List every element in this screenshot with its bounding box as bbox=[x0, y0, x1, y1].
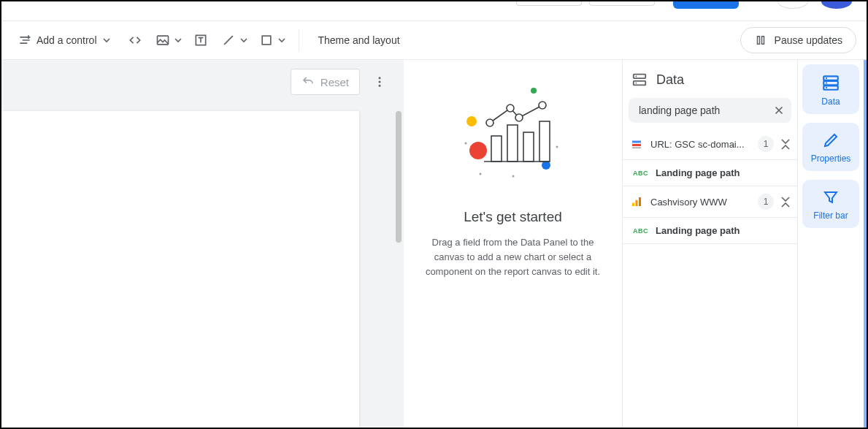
expand-collapse-icon[interactable] bbox=[781, 139, 790, 150]
svg-rect-33 bbox=[636, 200, 638, 206]
get-started-panel: Let's get started Drag a field from the … bbox=[404, 60, 623, 428]
more-vert-icon bbox=[373, 75, 386, 88]
field-count-badge: 1 bbox=[758, 136, 774, 152]
svg-point-17 bbox=[507, 105, 514, 112]
svg-point-21 bbox=[479, 173, 481, 175]
data-source-row[interactable]: URL: GSC sc-domai... 1 bbox=[623, 129, 797, 160]
svg-point-23 bbox=[556, 146, 558, 148]
svg-rect-30 bbox=[632, 144, 641, 146]
filter-icon bbox=[822, 189, 840, 206]
canvas-area[interactable]: Reset bbox=[1, 60, 404, 428]
toolbar-divider bbox=[299, 29, 299, 51]
more-options-button[interactable] bbox=[370, 72, 389, 91]
field-row[interactable]: ABC Landing page path bbox=[623, 218, 797, 244]
embed-code-icon[interactable] bbox=[125, 30, 145, 50]
field-label: Landing page path bbox=[656, 225, 740, 236]
search-field-wrap[interactable] bbox=[629, 98, 791, 123]
reset-button[interactable]: Reset bbox=[291, 69, 360, 95]
pause-updates-label: Pause updates bbox=[775, 34, 842, 46]
line-tool-icon[interactable] bbox=[218, 30, 239, 50]
svg-rect-12 bbox=[491, 136, 502, 162]
toolbar: Add a control Theme and layout bbox=[1, 20, 867, 60]
theme-and-layout-button[interactable]: Theme and layout bbox=[311, 30, 407, 50]
svg-point-39 bbox=[826, 82, 827, 83]
svg-rect-25 bbox=[634, 81, 646, 86]
chevron-down-icon[interactable] bbox=[239, 37, 249, 44]
search-input[interactable] bbox=[639, 105, 767, 116]
top-pill-2 bbox=[589, 0, 655, 6]
canvas-top-controls: Reset bbox=[291, 69, 389, 95]
image-icon[interactable] bbox=[153, 30, 173, 50]
avatar[interactable] bbox=[821, 0, 852, 9]
svg-point-27 bbox=[636, 83, 637, 84]
data-source-icon bbox=[631, 72, 648, 88]
pause-updates-button[interactable]: Pause updates bbox=[740, 27, 856, 53]
svg-rect-3 bbox=[757, 37, 759, 45]
data-source-row[interactable]: Cashvisory WWW 1 bbox=[623, 186, 797, 218]
top-pill-1 bbox=[516, 0, 582, 6]
data-source-label: URL: GSC sc-domai... bbox=[650, 139, 750, 150]
primary-action-stub[interactable] bbox=[673, 0, 739, 9]
svg-rect-32 bbox=[632, 203, 634, 207]
right-edge-accent bbox=[864, 60, 867, 428]
field-row[interactable]: ABC Landing page path bbox=[623, 160, 797, 186]
data-panel-title: Data bbox=[656, 72, 684, 88]
theme-and-layout-label: Theme and layout bbox=[318, 34, 400, 46]
reset-label: Reset bbox=[320, 76, 349, 88]
canvas-scrollbar[interactable] bbox=[393, 111, 404, 428]
svg-point-8 bbox=[466, 116, 477, 126]
add-a-control-label: Add a control bbox=[37, 34, 97, 46]
pause-icon bbox=[754, 34, 767, 47]
data-source-label: Cashvisory WWW bbox=[650, 197, 750, 208]
account-circle-stub[interactable] bbox=[777, 0, 808, 9]
svg-point-10 bbox=[542, 161, 550, 170]
field-label: Landing page path bbox=[656, 167, 740, 178]
expand-collapse-icon[interactable] bbox=[781, 197, 790, 208]
main-area: Reset bbox=[1, 60, 867, 428]
gsc-source-icon bbox=[630, 137, 643, 151]
svg-point-18 bbox=[515, 114, 523, 121]
svg-point-5 bbox=[379, 77, 381, 79]
text-tool-icon[interactable] bbox=[191, 30, 211, 50]
top-app-bar-stub bbox=[1, 1, 867, 20]
svg-point-38 bbox=[826, 77, 827, 79]
close-icon bbox=[772, 104, 786, 117]
svg-rect-13 bbox=[507, 125, 518, 162]
field-count-badge: 1 bbox=[758, 194, 774, 210]
tab-data-label: Data bbox=[821, 96, 840, 107]
add-a-control-button[interactable]: Add a control bbox=[12, 29, 118, 52]
svg-rect-2 bbox=[262, 36, 271, 45]
tab-filter-bar-label: Filter bar bbox=[813, 210, 848, 221]
svg-point-7 bbox=[379, 85, 381, 87]
chevron-down-icon[interactable] bbox=[173, 37, 183, 44]
data-panel: Data URL: GSC sc-domai... 1 ABC Landing … bbox=[623, 60, 798, 428]
data-panel-header: Data bbox=[623, 60, 797, 98]
add-control-icon bbox=[18, 33, 32, 48]
get-started-illustration bbox=[440, 77, 586, 187]
svg-rect-15 bbox=[539, 121, 550, 162]
shape-tool-icon[interactable] bbox=[256, 30, 277, 50]
svg-rect-31 bbox=[632, 148, 641, 149]
svg-point-20 bbox=[464, 143, 466, 145]
svg-point-22 bbox=[512, 175, 514, 178]
svg-point-40 bbox=[826, 87, 827, 88]
tab-filter-bar[interactable]: Filter bar bbox=[802, 180, 859, 228]
tab-properties-label: Properties bbox=[811, 153, 851, 164]
svg-rect-4 bbox=[761, 37, 764, 45]
get-started-title: Let's get started bbox=[464, 209, 562, 225]
text-type-icon: ABC bbox=[633, 227, 648, 235]
chevron-down-icon bbox=[101, 37, 112, 44]
undo-icon bbox=[302, 75, 315, 88]
svg-point-6 bbox=[379, 81, 381, 83]
svg-rect-24 bbox=[634, 75, 646, 79]
clear-search-button[interactable] bbox=[771, 102, 787, 118]
svg-point-19 bbox=[539, 102, 546, 109]
chevron-down-icon[interactable] bbox=[277, 37, 287, 44]
text-type-icon: ABC bbox=[633, 170, 648, 177]
tab-data[interactable]: Data bbox=[802, 64, 859, 114]
pencil-icon bbox=[822, 132, 840, 149]
tab-properties[interactable]: Properties bbox=[802, 123, 859, 171]
report-canvas-page[interactable] bbox=[1, 111, 359, 428]
svg-point-26 bbox=[636, 76, 637, 77]
database-icon bbox=[821, 73, 840, 92]
